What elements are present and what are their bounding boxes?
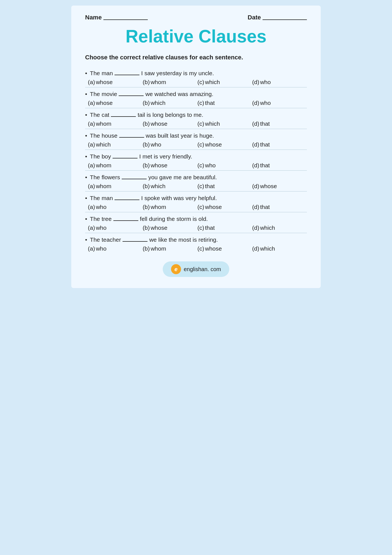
option-label: (d)	[252, 183, 259, 190]
option-label: (b)	[143, 224, 150, 231]
sentence-end-2: we watched was amazing.	[145, 91, 213, 97]
option-label: (b)	[143, 79, 150, 85]
option-7-that[interactable]: (d)that	[252, 204, 307, 210]
option-label: (d)	[252, 120, 259, 127]
option-2-which[interactable]: (b)which	[143, 100, 198, 106]
option-2-who[interactable]: (d)who	[252, 100, 307, 106]
option-text: that	[260, 204, 270, 210]
option-label: (d)	[252, 245, 259, 252]
divider	[85, 150, 307, 150]
option-1-who[interactable]: (d)who	[252, 79, 307, 85]
option-6-whom[interactable]: (a)whom	[88, 183, 143, 190]
option-text: whom	[151, 245, 166, 252]
option-8-that[interactable]: (c)that	[197, 224, 252, 231]
option-4-which[interactable]: (a)which	[88, 141, 143, 148]
option-1-whose[interactable]: (a)whose	[88, 79, 143, 85]
option-1-whom[interactable]: (b)whom	[143, 79, 198, 85]
option-text: that	[205, 100, 215, 106]
sentence-end-7: I spoke with was very helpful.	[141, 195, 217, 201]
option-label: (a)	[88, 245, 95, 252]
option-6-whose[interactable]: (d)whose	[252, 183, 307, 190]
option-text: which	[151, 100, 166, 106]
footer-site-name: englishan. com	[184, 266, 221, 273]
sentence-start-3: The cat	[90, 112, 109, 118]
option-text: that	[205, 224, 215, 231]
options-row-3: (a)whom(b)whose(c)which(d)that	[85, 120, 307, 127]
bullet-9: •	[85, 236, 87, 243]
blank-4	[119, 137, 144, 138]
option-text: whom	[151, 79, 166, 85]
sentence-end-5: I met is very friendly.	[139, 153, 192, 160]
blank-8	[113, 220, 138, 221]
option-9-whose[interactable]: (c)whose	[197, 245, 252, 252]
blank-5	[113, 158, 138, 158]
questions-container: • The man I saw yesterday is my uncle. (…	[85, 67, 307, 253]
option-8-who[interactable]: (a)who	[88, 224, 143, 231]
blank-1	[114, 75, 139, 75]
option-text: whose	[205, 245, 222, 252]
bullet-4: •	[85, 132, 87, 139]
options-row-9: (a)who(b)whom(c)whose(d)which	[85, 245, 307, 252]
option-text: who	[96, 204, 107, 210]
option-6-which[interactable]: (b)which	[143, 183, 198, 190]
divider	[85, 170, 307, 171]
option-label: (c)	[197, 162, 204, 169]
option-label: (d)	[252, 79, 259, 85]
option-label: (b)	[143, 183, 150, 190]
options-row-2: (a)whose(b)which(c)that(d)who	[85, 100, 307, 106]
option-4-that[interactable]: (d)that	[252, 141, 307, 148]
option-5-whose[interactable]: (b)whose	[143, 162, 198, 169]
option-label: (c)	[197, 245, 204, 252]
question-sentence-2: • The movie we watched was amazing.	[85, 91, 307, 97]
option-text: who	[96, 245, 107, 252]
name-underline	[103, 19, 148, 20]
option-4-who[interactable]: (b)who	[143, 141, 198, 148]
option-6-that[interactable]: (c)that	[197, 183, 252, 190]
option-label: (c)	[197, 224, 204, 231]
option-text: whose	[151, 120, 167, 127]
sentence-start-1: The man	[90, 70, 113, 77]
options-row-6: (a)whom(b)which(c)that(d)whose	[85, 183, 307, 190]
sentence-start-2: The movie	[90, 91, 117, 97]
option-5-whom[interactable]: (a)whom	[88, 162, 143, 169]
option-2-that[interactable]: (c)that	[197, 100, 252, 106]
divider	[85, 87, 307, 87]
option-text: whose	[151, 162, 167, 169]
name-field: Name	[85, 14, 148, 21]
option-label: (b)	[143, 141, 150, 148]
option-4-whose[interactable]: (c)whose	[197, 141, 252, 148]
option-3-whose[interactable]: (b)whose	[143, 120, 198, 127]
option-label: (b)	[143, 120, 150, 127]
date-label: Date	[248, 14, 261, 21]
option-7-whom[interactable]: (b)whom	[143, 204, 198, 210]
option-3-which[interactable]: (c)which	[197, 120, 252, 127]
question-sentence-8: • The tree fell during the storm is old.	[85, 216, 307, 222]
bullet-8: •	[85, 216, 87, 222]
date-underline	[263, 19, 307, 20]
option-1-which[interactable]: (c)which	[197, 79, 252, 85]
option-5-that[interactable]: (d)that	[252, 162, 307, 169]
option-2-whose[interactable]: (a)whose	[88, 100, 143, 106]
sentence-start-9: The teacher	[90, 236, 121, 243]
question-sentence-9: • The teacher we like the most is retiri…	[85, 236, 307, 243]
option-7-whose[interactable]: (c)whose	[197, 204, 252, 210]
option-8-which[interactable]: (d)which	[252, 224, 307, 231]
option-9-which[interactable]: (d)which	[252, 245, 307, 252]
option-label: (c)	[197, 120, 204, 127]
option-9-who[interactable]: (a)who	[88, 245, 143, 252]
option-label: (c)	[197, 204, 204, 210]
option-text: which	[205, 120, 220, 127]
sentence-end-4: was built last year is huge.	[146, 132, 214, 139]
option-label: (a)	[88, 224, 95, 231]
option-8-whose[interactable]: (b)whose	[143, 224, 198, 231]
sentence-start-4: The house	[90, 132, 117, 139]
option-3-whom[interactable]: (a)whom	[88, 120, 143, 127]
instructions: Choose the correct relative clauses for …	[85, 54, 307, 61]
option-7-who[interactable]: (a)who	[88, 204, 143, 210]
bullet-3: •	[85, 112, 87, 118]
question-sentence-7: • The man I spoke with was very helpful.	[85, 195, 307, 201]
sentence-start-8: The tree	[90, 216, 111, 222]
option-9-whom[interactable]: (b)whom	[143, 245, 198, 252]
option-5-who[interactable]: (c)who	[197, 162, 252, 169]
option-3-that[interactable]: (d)that	[252, 120, 307, 127]
